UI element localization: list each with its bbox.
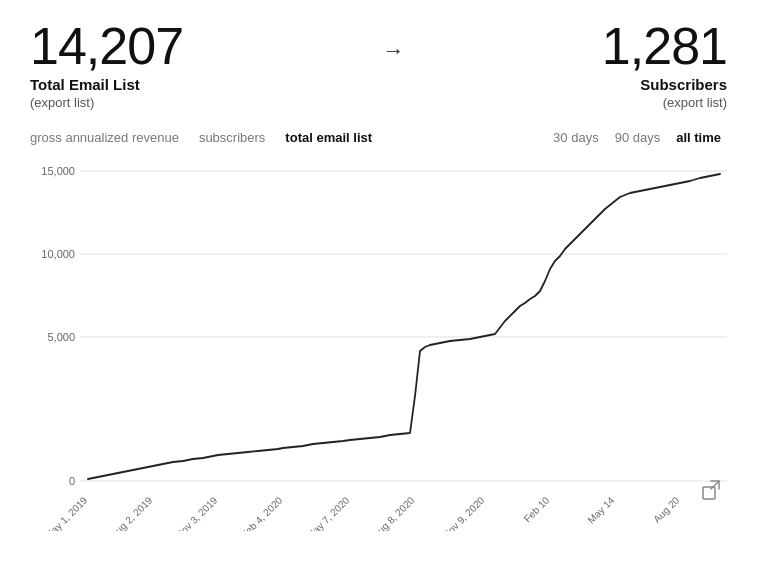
svg-rect-18 <box>703 487 715 499</box>
svg-text:10,000: 10,000 <box>41 248 75 260</box>
arrow-icon: → <box>382 38 402 64</box>
tab-90days[interactable]: 90 days <box>609 128 667 147</box>
svg-text:May 1, 2019: May 1, 2019 <box>43 494 90 531</box>
svg-text:Aug 2, 2019: Aug 2, 2019 <box>108 494 154 531</box>
svg-text:Aug 20: Aug 20 <box>651 494 681 524</box>
svg-text:Feb 4, 2020: Feb 4, 2020 <box>239 494 285 531</box>
svg-text:15,000: 15,000 <box>41 165 75 177</box>
chart-controls: gross annualized revenue subscribers tot… <box>0 120 757 151</box>
export-icon[interactable] <box>701 479 725 503</box>
tab-30days[interactable]: 30 days <box>547 128 605 147</box>
total-email-label: Total Email List <box>30 76 183 93</box>
tab-revenue[interactable]: gross annualized revenue <box>30 128 187 147</box>
total-email-export[interactable]: (export list) <box>30 95 183 110</box>
svg-text:5,000: 5,000 <box>47 331 75 343</box>
svg-text:May 14: May 14 <box>585 494 616 525</box>
svg-text:May 7, 2020: May 7, 2020 <box>305 494 352 531</box>
arrow-container: → <box>183 20 602 64</box>
svg-text:0: 0 <box>69 475 75 487</box>
total-email-stat: 14,207 Total Email List (export list) <box>30 20 183 110</box>
svg-text:Feb 10: Feb 10 <box>522 494 552 524</box>
total-email-number: 14,207 <box>30 20 183 72</box>
tab-alltime[interactable]: all time <box>670 128 727 147</box>
chart-svg: 15,000 10,000 5,000 0 May 1, 2019 Aug 2,… <box>30 151 727 531</box>
subscribers-label: Subscribers <box>602 76 727 93</box>
tab-email-list[interactable]: total email list <box>273 128 380 147</box>
svg-text:Nov 9, 2020: Nov 9, 2020 <box>440 494 486 531</box>
chart-area: 15,000 10,000 5,000 0 May 1, 2019 Aug 2,… <box>30 151 727 531</box>
top-stats-section: 14,207 Total Email List (export list) → … <box>0 0 757 120</box>
subscribers-number: 1,281 <box>602 20 727 72</box>
time-tabs: 30 days 90 days all time <box>547 128 727 147</box>
svg-text:Aug 8, 2020: Aug 8, 2020 <box>370 494 416 531</box>
subscribers-export[interactable]: (export list) <box>602 95 727 110</box>
svg-text:Nov 3, 2019: Nov 3, 2019 <box>173 494 219 531</box>
subscribers-stat: 1,281 Subscribers (export list) <box>602 20 727 110</box>
tab-subscribers[interactable]: subscribers <box>187 128 273 147</box>
